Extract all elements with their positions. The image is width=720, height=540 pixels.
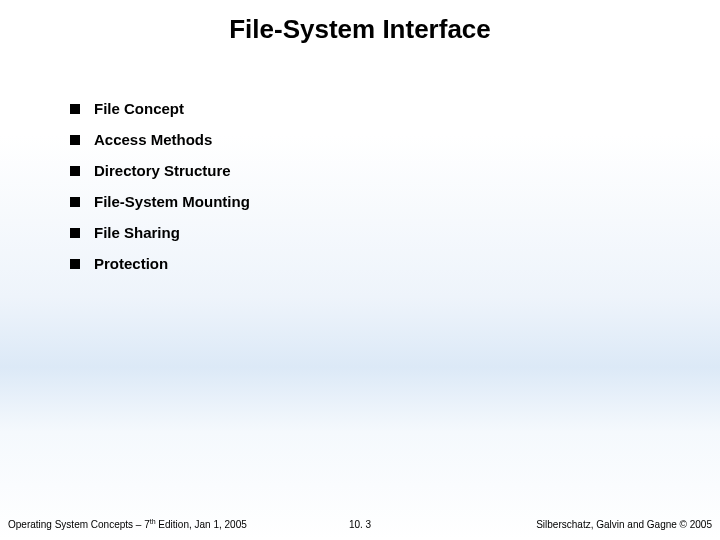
bullet-text: File-System Mounting bbox=[94, 193, 250, 210]
bullet-text: File Sharing bbox=[94, 224, 180, 241]
square-bullet-icon bbox=[70, 135, 80, 145]
slide-title: File-System Interface bbox=[0, 14, 720, 45]
footer-right: Silberschatz, Galvin and Gagne © 2005 bbox=[536, 519, 712, 530]
square-bullet-icon bbox=[70, 104, 80, 114]
bullet-text: Directory Structure bbox=[94, 162, 231, 179]
square-bullet-icon bbox=[70, 259, 80, 269]
bullet-text: Protection bbox=[94, 255, 168, 272]
bullet-text: Access Methods bbox=[94, 131, 212, 148]
list-item: Protection bbox=[70, 255, 250, 272]
square-bullet-icon bbox=[70, 166, 80, 176]
list-item: File-System Mounting bbox=[70, 193, 250, 210]
bullet-list: File Concept Access Methods Directory St… bbox=[70, 100, 250, 286]
list-item: File Sharing bbox=[70, 224, 250, 241]
bullet-text: File Concept bbox=[94, 100, 184, 117]
list-item: Access Methods bbox=[70, 131, 250, 148]
list-item: Directory Structure bbox=[70, 162, 250, 179]
list-item: File Concept bbox=[70, 100, 250, 117]
footer-left-suffix: Edition, Jan 1, 2005 bbox=[156, 519, 247, 530]
slide: File-System Interface File Concept Acces… bbox=[0, 0, 720, 540]
footer: Operating System Concepts – 7th Edition,… bbox=[0, 510, 720, 530]
square-bullet-icon bbox=[70, 228, 80, 238]
footer-center: 10. 3 bbox=[349, 519, 371, 530]
footer-left: Operating System Concepts – 7th Edition,… bbox=[8, 518, 247, 530]
footer-left-prefix: Operating System Concepts – 7 bbox=[8, 519, 150, 530]
square-bullet-icon bbox=[70, 197, 80, 207]
